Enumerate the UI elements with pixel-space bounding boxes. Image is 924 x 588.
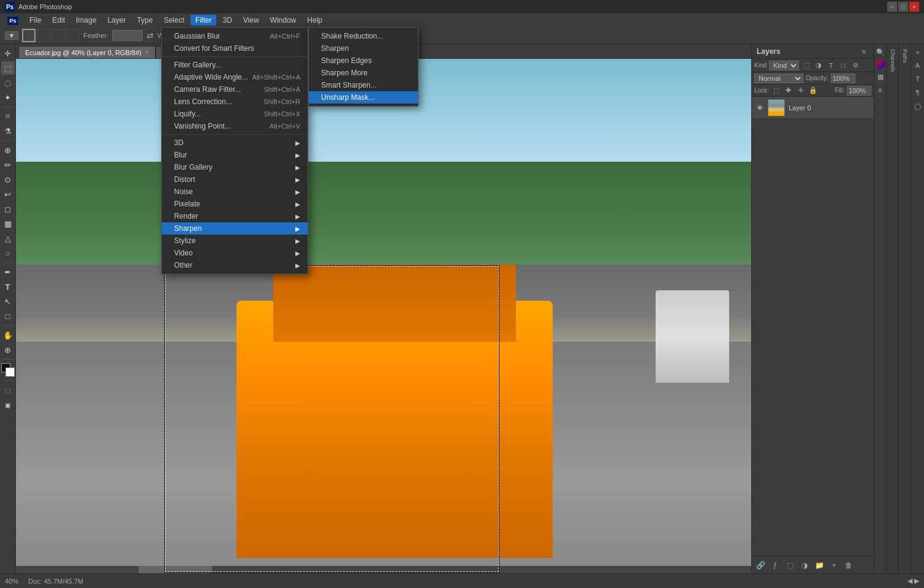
menu-3d[interactable]: 3D bbox=[218, 15, 237, 26]
minimize-button[interactable]: − bbox=[887, 2, 897, 12]
feather-input[interactable] bbox=[112, 30, 143, 41]
marquee-circle-btn[interactable] bbox=[37, 29, 50, 42]
menu-view[interactable]: View bbox=[238, 15, 264, 26]
filter-video[interactable]: Video ▶ bbox=[162, 247, 308, 259]
menu-edit[interactable]: Edit bbox=[47, 15, 70, 26]
shape-filter-btn[interactable]: □ bbox=[838, 61, 848, 70]
clone-tool[interactable]: ⊙ bbox=[1, 173, 15, 186]
add-group-btn[interactable]: 📁 bbox=[813, 559, 825, 571]
lock-image-btn[interactable]: ✚ bbox=[784, 86, 793, 96]
menu-file[interactable]: File bbox=[25, 15, 46, 26]
canvas-area[interactable]: Ecuador.jpg @ 40% (Layer 0, RGB/8#) × Un… bbox=[16, 44, 751, 573]
layers-toggle-btn[interactable]: ▦ bbox=[875, 71, 886, 82]
channels-toggle-btn[interactable]: ≡ bbox=[875, 85, 886, 96]
filter-stylize[interactable]: Stylize ▶ bbox=[162, 235, 308, 247]
filter-camera-raw[interactable]: Camera Raw Filter... Shift+Ctrl+A bbox=[162, 83, 308, 96]
type-panel-btn[interactable]: T bbox=[912, 74, 923, 85]
menu-image[interactable]: Image bbox=[71, 15, 101, 26]
healing-tool[interactable]: ⊕ bbox=[1, 143, 15, 157]
blend-mode-select[interactable]: Normal bbox=[754, 74, 803, 83]
add-adjustment-btn[interactable]: ◑ bbox=[798, 559, 811, 571]
pixel-filter-btn[interactable]: ⬚ bbox=[801, 61, 811, 70]
color-wheel-btn[interactable]: ◯ bbox=[912, 100, 923, 111]
link-layers-btn[interactable]: 🔗 bbox=[754, 559, 767, 571]
marquee-single-col-btn[interactable] bbox=[66, 29, 80, 42]
sharpen-more[interactable]: Sharpen More bbox=[309, 67, 418, 79]
menu-help[interactable]: Help bbox=[302, 15, 327, 26]
marquee-single-row-btn[interactable] bbox=[51, 29, 65, 42]
magic-wand-tool[interactable]: ✦ bbox=[1, 91, 15, 104]
menu-type[interactable]: Type bbox=[132, 15, 157, 26]
filter-render[interactable]: Render ▶ bbox=[162, 210, 308, 222]
edit-mask-btn[interactable]: ⬚ bbox=[1, 383, 15, 397]
sharpen-shake-reduction[interactable]: Shake Reduction... bbox=[309, 30, 418, 42]
lock-all-btn[interactable]: 🔒 bbox=[808, 86, 818, 96]
filter-pixelate[interactable]: Pixelate ▶ bbox=[162, 198, 308, 210]
lock-position-btn[interactable]: ✛ bbox=[796, 86, 806, 96]
path-select-tool[interactable]: ↖ bbox=[1, 295, 15, 308]
paragraph-panel-btn[interactable]: ¶ bbox=[912, 87, 923, 98]
search-panel-btn[interactable]: 🔍 bbox=[875, 47, 886, 58]
kind-select[interactable]: Kind bbox=[769, 61, 799, 70]
filter-gaussian-blur[interactable]: Gaussian Blur Alt+Ctrl+F bbox=[162, 30, 308, 42]
menu-filter[interactable]: Filter bbox=[191, 15, 217, 26]
filter-blur-gallery[interactable]: Blur Gallery ▶ bbox=[162, 161, 308, 173]
filter-gallery[interactable]: Filter Gallery... bbox=[162, 59, 308, 71]
lock-pixels-btn[interactable]: ⬚ bbox=[771, 86, 781, 96]
history-tool[interactable]: ↩ bbox=[1, 187, 15, 201]
filter-sharpen[interactable]: Sharpen ▶ bbox=[162, 222, 308, 235]
layer-0-visibility[interactable]: 👁 bbox=[755, 104, 764, 112]
tab-ecuador-close[interactable]: × bbox=[145, 49, 149, 56]
add-layer-btn[interactable]: + bbox=[828, 559, 840, 571]
menu-select[interactable]: Select bbox=[159, 15, 189, 26]
filter-convert-smart[interactable]: Convert for Smart Filters bbox=[162, 42, 308, 55]
marquee-rect-btn[interactable] bbox=[22, 29, 36, 42]
type-filter-btn[interactable]: T bbox=[826, 61, 836, 70]
move-tool[interactable]: ✛ bbox=[1, 47, 15, 60]
tab-ecuador[interactable]: Ecuador.jpg @ 40% (Layer 0, RGB/8#) × bbox=[18, 46, 156, 58]
feather-swap-btn[interactable]: ⇄ bbox=[146, 31, 154, 40]
fill-input[interactable] bbox=[847, 86, 871, 96]
smart-filter-btn[interactable]: ⊘ bbox=[850, 61, 860, 70]
hand-tool[interactable]: ✋ bbox=[1, 328, 15, 342]
filter-adaptive-wide[interactable]: Adaptive Wide Angle... Alt+Shift+Ctrl+A bbox=[162, 71, 308, 83]
color-panel-btn[interactable] bbox=[876, 60, 885, 69]
expand-panels-btn[interactable]: A bbox=[912, 60, 923, 71]
menu-ps[interactable]: Ps bbox=[2, 15, 23, 26]
eyedropper-tool[interactable]: ⚗ bbox=[1, 124, 15, 138]
filter-blur[interactable]: Blur ▶ bbox=[162, 149, 308, 161]
sharpen-unsharp-mask[interactable]: Unsharp Mask... bbox=[309, 91, 418, 104]
horizontal-scrollbar[interactable] bbox=[16, 566, 751, 573]
type-tool[interactable]: T bbox=[1, 280, 15, 293]
gradient-tool[interactable]: ▦ bbox=[1, 217, 15, 230]
collapse-panels-btn[interactable]: » bbox=[912, 47, 923, 58]
pen-tool[interactable]: ✒ bbox=[1, 265, 15, 279]
filter-other[interactable]: Other ▶ bbox=[162, 259, 308, 271]
blur-tool[interactable]: △ bbox=[1, 232, 15, 245]
filter-distort[interactable]: Distort ▶ bbox=[162, 173, 308, 186]
dodge-tool[interactable]: ○ bbox=[1, 246, 15, 260]
layer-0-item[interactable]: 👁 Layer 0 bbox=[752, 97, 874, 119]
sharpen-smart[interactable]: Smart Sharpen... bbox=[309, 79, 418, 91]
tool-presets-btn[interactable]: ▼ bbox=[5, 31, 18, 40]
filter-vanishing-point[interactable]: Vanishing Point... Alt+Ctrl+V bbox=[162, 120, 308, 132]
adjustment-filter-btn[interactable]: ◑ bbox=[814, 61, 824, 70]
sharpen-sharpen[interactable]: Sharpen bbox=[309, 42, 418, 55]
filter-3d[interactable]: 3D ▶ bbox=[162, 137, 308, 149]
opacity-input[interactable] bbox=[831, 74, 855, 83]
filter-noise[interactable]: Noise ▶ bbox=[162, 186, 308, 198]
menu-window[interactable]: Window bbox=[265, 15, 301, 26]
sharpen-edges[interactable]: Sharpen Edges bbox=[309, 55, 418, 67]
eraser-tool[interactable]: ◻ bbox=[1, 202, 15, 216]
add-style-btn[interactable]: ƒ bbox=[769, 559, 781, 571]
shape-tool[interactable]: □ bbox=[1, 309, 15, 323]
marquee-tool[interactable]: ⬚ bbox=[1, 61, 15, 75]
maximize-button[interactable]: □ bbox=[898, 2, 908, 12]
crop-tool[interactable]: ⌗ bbox=[1, 110, 15, 123]
color-swatch[interactable] bbox=[1, 363, 15, 377]
filter-lens-correction[interactable]: Lens Correction... Shift+Ctrl+R bbox=[162, 96, 308, 108]
close-button[interactable]: × bbox=[909, 2, 919, 12]
scrollbar-thumb[interactable] bbox=[138, 566, 212, 573]
menu-layer[interactable]: Layer bbox=[102, 15, 131, 26]
lasso-tool[interactable]: ◌ bbox=[1, 76, 15, 89]
